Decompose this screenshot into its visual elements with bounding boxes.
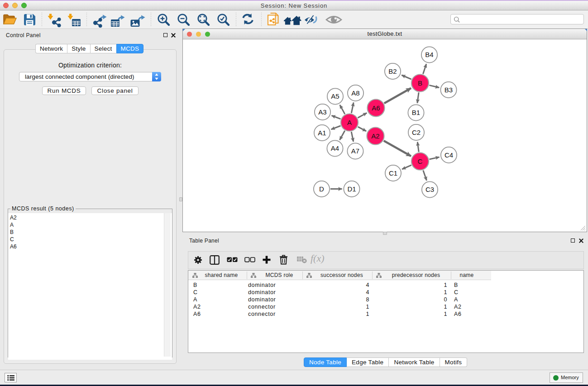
- svg-text:B3: B3: [445, 86, 453, 94]
- svg-text:A2: A2: [371, 132, 379, 140]
- svg-text:A: A: [347, 119, 352, 126]
- svg-text:B: B: [418, 79, 422, 87]
- svg-text:A5: A5: [331, 92, 339, 100]
- svg-text:C4: C4: [445, 151, 453, 159]
- svg-text:A7: A7: [351, 147, 359, 155]
- svg-text:A6: A6: [372, 104, 380, 112]
- svg-text:C2: C2: [412, 129, 421, 136]
- svg-text:A3: A3: [318, 108, 326, 116]
- svg-text:D1: D1: [347, 185, 356, 193]
- svg-text:D: D: [319, 185, 324, 193]
- svg-text:B4: B4: [425, 51, 433, 58]
- svg-text:C3: C3: [425, 186, 434, 193]
- svg-text:B1: B1: [412, 109, 420, 116]
- svg-text:A4: A4: [331, 144, 339, 152]
- svg-text:C: C: [418, 157, 423, 165]
- svg-text:C1: C1: [389, 169, 397, 177]
- svg-text:B2: B2: [388, 67, 397, 75]
- svg-text:A8: A8: [351, 89, 359, 97]
- svg-text:A1: A1: [318, 129, 326, 137]
